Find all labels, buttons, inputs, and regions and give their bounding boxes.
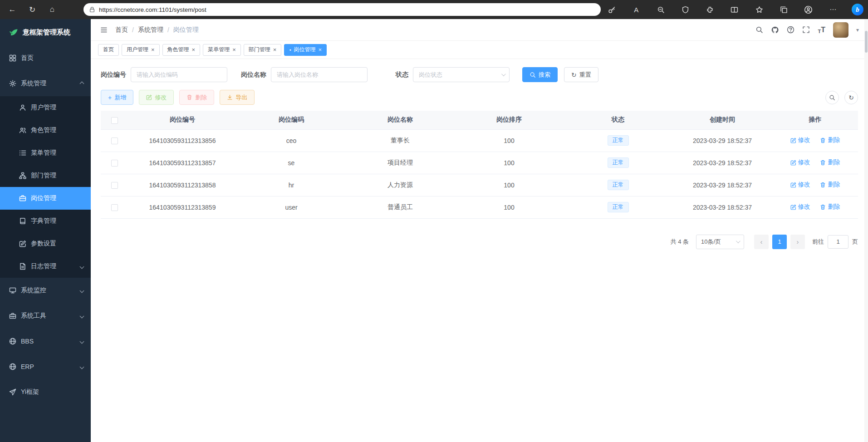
prev-page-button[interactable]: ‹ — [754, 235, 769, 249]
sidebar-item-label: ERP — [21, 363, 34, 370]
close-icon[interactable]: × — [151, 47, 155, 53]
tab-post-management[interactable]: ● 岗位管理 × — [284, 44, 327, 56]
page-size-select[interactable]: 10条/页 — [696, 235, 744, 249]
caret-down-icon[interactable]: ▾ — [856, 27, 859, 33]
sidebar-item-bbs[interactable]: BBS — [0, 329, 91, 354]
close-icon[interactable]: × — [192, 47, 196, 53]
row-delete-link[interactable]: 删除 — [820, 136, 840, 144]
row-delete-link[interactable]: 删除 — [820, 158, 840, 167]
zoom-icon[interactable] — [655, 4, 667, 15]
cell-status: 正常 — [564, 129, 672, 152]
github-icon[interactable] — [771, 26, 779, 34]
extensions-icon[interactable] — [704, 4, 716, 15]
page-scrollbar[interactable] — [864, 19, 868, 442]
more-menu-icon[interactable]: ⋯ — [827, 4, 839, 15]
post-name-input[interactable] — [271, 67, 368, 82]
avatar[interactable] — [833, 22, 848, 38]
favorites-icon[interactable] — [753, 4, 765, 15]
read-aloud-icon[interactable]: A — [630, 4, 642, 15]
row-edit-link[interactable]: 修改 — [790, 203, 810, 211]
sidebar-item-dictionary-management[interactable]: 字典管理 — [0, 210, 91, 232]
sidebar-item-user-management[interactable]: 用户管理 — [0, 96, 91, 119]
home-button[interactable]: ⌂ — [46, 4, 58, 15]
export-button[interactable]: 导出 — [220, 90, 255, 105]
collections-icon[interactable] — [778, 4, 790, 15]
refresh-button[interactable]: ↻ — [26, 4, 38, 15]
fullscreen-icon[interactable] — [802, 26, 810, 34]
profile-icon[interactable] — [803, 4, 814, 15]
select-all-checkbox[interactable] — [111, 117, 118, 124]
sidebar-item-log-management[interactable]: 日志管理 — [0, 255, 91, 278]
sidebar-item-home[interactable]: 首页 — [0, 45, 91, 71]
breadcrumb-item[interactable]: 系统管理 — [138, 26, 163, 34]
search-button[interactable]: 搜索 — [522, 67, 558, 82]
help-icon[interactable] — [787, 26, 794, 34]
table-row[interactable]: 1641030593112313857 se 项目经理 100 正常 2023-… — [101, 152, 858, 174]
table-refresh-button[interactable]: ↻ — [844, 91, 858, 104]
sidebar-item-erp[interactable]: ERP — [0, 354, 91, 379]
row-delete-link[interactable]: 删除 — [820, 203, 840, 211]
status-select[interactable]: 岗位状态 — [413, 67, 510, 82]
sidebar-item-department-management[interactable]: 部门管理 — [0, 164, 91, 187]
post-code-input[interactable] — [131, 67, 227, 82]
back-button[interactable]: ← — [6, 4, 18, 15]
password-key-icon[interactable] — [606, 4, 618, 15]
collapse-sidebar-icon[interactable] — [100, 26, 108, 34]
cell-id: 1641030593112313858 — [128, 174, 237, 196]
reset-button[interactable]: ↻ 重置 — [564, 67, 598, 82]
close-icon[interactable]: × — [232, 47, 236, 53]
edit-icon — [146, 94, 152, 100]
edit-button[interactable]: 修改 — [139, 90, 174, 105]
font-size-icon[interactable]: TT — [818, 26, 825, 34]
trash-icon — [820, 160, 826, 166]
table-row[interactable]: 1641030593112313858 hr 人力资源 100 正常 2023-… — [101, 174, 858, 196]
breadcrumb-item[interactable]: 首页 — [115, 26, 128, 34]
sidebar-item-post-management[interactable]: 岗位管理 — [0, 187, 91, 210]
row-edit-link[interactable]: 修改 — [790, 181, 810, 189]
tab-user-management[interactable]: 用户管理 × — [122, 44, 160, 56]
tab-menu-management[interactable]: 菜单管理 × — [203, 44, 241, 56]
breadcrumb-item-current: 岗位管理 — [173, 26, 199, 34]
pagination: 共 4 条 10条/页 ‹ 1 › 前往 页 — [101, 235, 858, 249]
page-number-1[interactable]: 1 — [772, 235, 787, 249]
sidebar-item-parameter-settings[interactable]: 参数设置 — [0, 232, 91, 255]
sidebar-item-system-tools[interactable]: 系统工具 — [0, 303, 91, 329]
search-icon[interactable] — [755, 26, 763, 34]
scrollbar-thumb[interactable] — [865, 31, 868, 53]
split-screen-icon[interactable] — [729, 4, 740, 15]
browser-essentials-icon[interactable] — [680, 4, 691, 15]
dashboard-icon — [9, 54, 16, 62]
row-edit-link[interactable]: 修改 — [790, 136, 810, 144]
goto-page-input[interactable] — [828, 235, 848, 249]
close-icon[interactable]: × — [273, 47, 277, 53]
sidebar-item-role-management[interactable]: 角色管理 — [0, 119, 91, 142]
close-icon[interactable]: × — [319, 47, 322, 53]
tab-home[interactable]: 首页 — [98, 44, 119, 56]
next-page-button[interactable]: › — [790, 235, 805, 249]
row-checkbox[interactable] — [111, 204, 118, 211]
tab-role-management[interactable]: 角色管理 × — [162, 44, 201, 56]
add-button[interactable]: + 新增 — [101, 90, 133, 105]
row-delete-link[interactable]: 删除 — [820, 181, 840, 189]
tab-label: 角色管理 — [167, 46, 189, 54]
row-checkbox[interactable] — [111, 160, 118, 167]
sidebar-item-yi-framework[interactable]: Yi框架 — [0, 379, 91, 405]
goto-unit: 页 — [852, 238, 858, 246]
sidebar-item-system-management[interactable]: 系统管理 — [0, 71, 91, 96]
app-header: 首页 / 系统管理 / 岗位管理 TT ▾ — [91, 19, 868, 41]
sidebar-item-menu-management[interactable]: 菜单管理 — [0, 142, 91, 164]
table-row[interactable]: 1641030593112313856 ceo 董事长 100 正常 2023-… — [101, 129, 858, 152]
lock-icon — [89, 6, 95, 13]
chevron-down-icon — [80, 314, 84, 318]
sidebar-item-system-monitor[interactable]: 系统监控 — [0, 278, 91, 303]
row-edit-link[interactable]: 修改 — [790, 158, 810, 167]
delete-button[interactable]: 删除 — [179, 90, 214, 105]
bing-icon[interactable]: b — [852, 4, 863, 15]
row-checkbox[interactable] — [111, 182, 118, 189]
tab-department-management[interactable]: 部门管理 × — [244, 44, 282, 56]
table-row[interactable]: 1641030593112313859 user 普通员工 100 正常 202… — [101, 196, 858, 218]
breadcrumb-separator: / — [167, 26, 169, 34]
address-bar[interactable]: https://ccnetcore.com:1101/system/post — [83, 3, 601, 16]
table-search-toggle-button[interactable] — [825, 91, 839, 104]
row-checkbox[interactable] — [111, 138, 118, 144]
